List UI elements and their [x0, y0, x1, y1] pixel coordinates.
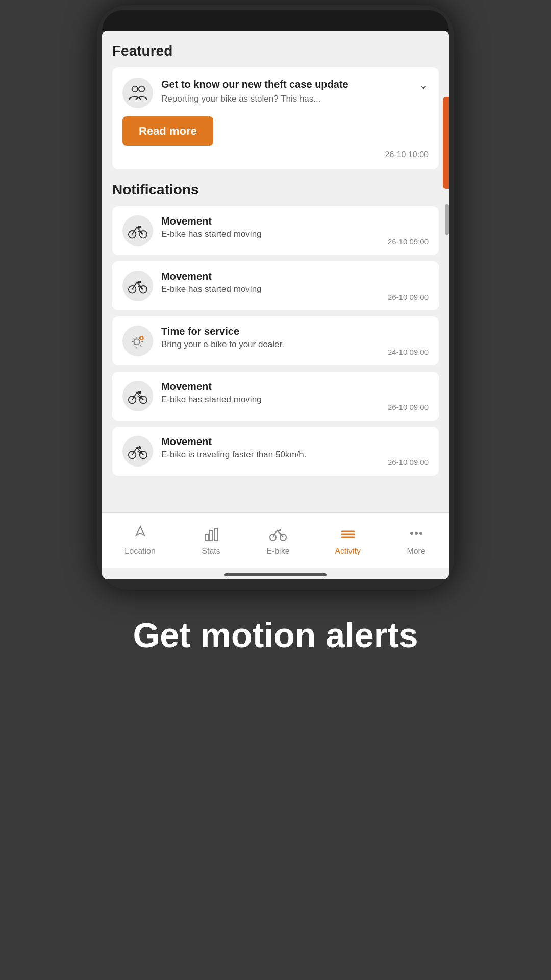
- svg-rect-16: [205, 534, 208, 541]
- notification-title: Time for service: [161, 326, 380, 337]
- notification-content: MovementE-bike has started moving: [161, 215, 380, 239]
- bike-icon: [122, 215, 153, 246]
- featured-card-title: Get to know our new theft case update: [161, 78, 410, 91]
- phone-notch-area: [102, 10, 449, 31]
- notification-timestamp: 26-10 09:00: [388, 403, 429, 411]
- spacer: [102, 482, 449, 512]
- svg-point-4: [139, 226, 141, 228]
- featured-card-subtitle: Reporting your bike as stolen? This has.…: [161, 94, 410, 104]
- notification-content: MovementE-bike has started moving: [161, 381, 380, 405]
- nav-item-location[interactable]: Location: [114, 521, 166, 558]
- page-caption: Get motion alerts: [112, 615, 438, 655]
- notification-body: E-bike has started moving: [161, 229, 380, 239]
- phone-screen: Featured Get to know our new theft case: [102, 31, 449, 579]
- stats-nav-label: Stats: [202, 547, 220, 556]
- notification-title: Movement: [161, 436, 380, 448]
- bike-icon: [122, 271, 153, 301]
- ebike-nav-icon: [268, 523, 288, 544]
- activity-nav-label: Activity: [335, 547, 361, 556]
- notification-item[interactable]: MovementE-bike has started moving26-10 0…: [112, 372, 439, 421]
- nav-item-stats[interactable]: Stats: [191, 521, 232, 558]
- home-bar: [224, 573, 327, 576]
- red-accent-bar: [443, 97, 449, 189]
- notification-body: E-bike has started moving: [161, 284, 380, 295]
- notification-item[interactable]: MovementE-bike has started moving26-10 0…: [112, 261, 439, 310]
- location-nav-label: Location: [124, 547, 156, 556]
- notification-timestamp: 24-10 09:00: [388, 348, 429, 356]
- nav-item-more[interactable]: More: [396, 521, 437, 558]
- svg-point-1: [139, 86, 144, 92]
- featured-card: Get to know our new theft case update Re…: [112, 67, 439, 169]
- activity-nav-icon: [338, 523, 358, 544]
- more-nav-icon: [406, 523, 427, 544]
- notification-title: Movement: [161, 215, 380, 227]
- bottom-nav: Location Stats E-bike Activity More: [102, 512, 449, 568]
- notification-item[interactable]: MovementE-bike is traveling faster than …: [112, 427, 439, 476]
- svg-point-12: [139, 391, 141, 394]
- read-more-container: Read more: [122, 108, 429, 146]
- notifications-list: MovementE-bike has started moving26-10 0…: [102, 206, 449, 476]
- notification-title: Movement: [161, 271, 380, 282]
- more-nav-label: More: [407, 547, 425, 556]
- notification-timestamp: 26-10 09:00: [388, 237, 429, 246]
- phone-notch: [265, 17, 286, 23]
- notification-timestamp: 26-10 09:00: [388, 292, 429, 301]
- notification-content: MovementE-bike has started moving: [161, 271, 380, 295]
- bike-icon: [122, 436, 153, 467]
- svg-rect-18: [214, 528, 217, 541]
- nav-item-ebike[interactable]: E-bike: [256, 521, 299, 558]
- notification-content: MovementE-bike is traveling faster than …: [161, 436, 380, 460]
- featured-icon: [122, 78, 153, 108]
- notification-item[interactable]: MovementE-bike has started moving26-10 0…: [112, 206, 439, 255]
- notification-body: E-bike is traveling faster than 50km/h.: [161, 450, 380, 460]
- notification-body: E-bike has started moving: [161, 395, 380, 405]
- notification-title: Movement: [161, 381, 380, 393]
- notification-content: Time for serviceBring your e-bike to you…: [161, 326, 380, 350]
- gear-icon: [122, 326, 153, 356]
- location-nav-icon: [130, 523, 151, 544]
- featured-card-header: Get to know our new theft case update Re…: [122, 78, 429, 108]
- notification-timestamp: 26-10 09:00: [388, 458, 429, 467]
- bike-icon: [122, 381, 153, 411]
- svg-point-27: [419, 532, 422, 535]
- svg-point-26: [415, 532, 418, 535]
- scroll-indicator: [445, 204, 449, 235]
- featured-section-title: Featured: [112, 43, 439, 59]
- notifications-section-title: Notifications: [112, 182, 439, 198]
- svg-point-7: [139, 281, 141, 283]
- svg-point-0: [132, 86, 138, 92]
- read-more-button[interactable]: Read more: [122, 116, 213, 146]
- chevron-down-icon[interactable]: ⌄: [418, 78, 429, 92]
- svg-point-2: [129, 231, 136, 238]
- featured-text: Get to know our new theft case update Re…: [161, 78, 410, 104]
- svg-point-15: [139, 447, 141, 449]
- stats-nav-icon: [201, 523, 221, 544]
- screen-content: Featured Get to know our new theft case: [102, 31, 449, 198]
- svg-point-25: [410, 532, 413, 535]
- notification-item[interactable]: Time for serviceBring your e-bike to you…: [112, 316, 439, 365]
- svg-rect-17: [210, 530, 213, 541]
- nav-item-activity[interactable]: Activity: [324, 521, 371, 558]
- svg-point-21: [279, 530, 281, 531]
- notification-body: Bring your e-bike to your dealer.: [161, 339, 380, 350]
- featured-timestamp: 26-10 10:00: [122, 150, 429, 159]
- ebike-nav-label: E-bike: [266, 547, 289, 556]
- phone-frame: Featured Get to know our new theft case: [97, 5, 454, 590]
